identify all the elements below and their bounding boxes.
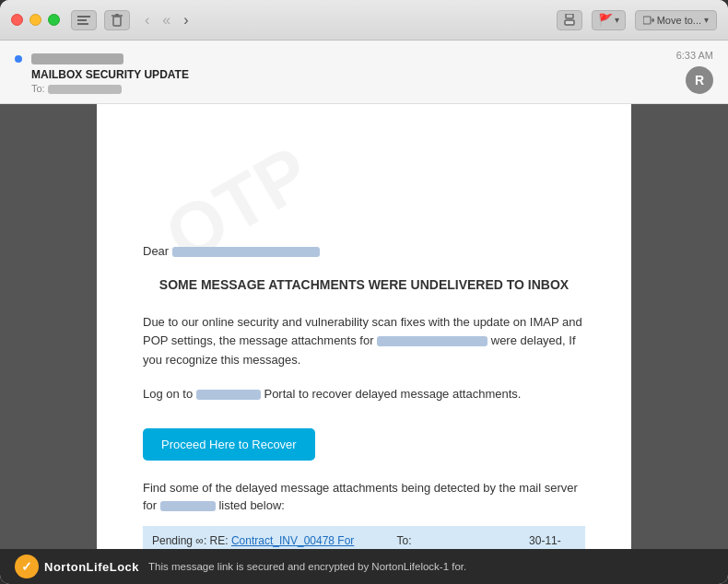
- svg-rect-8: [566, 21, 573, 24]
- avatar: R: [686, 66, 713, 94]
- pending-to-1: To:: [388, 526, 521, 549]
- maximize-button[interactable]: [48, 14, 60, 26]
- toolbar-right: 🚩 ▾ Move to... ▾: [557, 10, 717, 30]
- paragraph-1: Due to our online security and vulnerabi…: [143, 313, 585, 370]
- sender-name-line: [31, 50, 667, 66]
- norton-bar: ✓ NortonLifeLock This message link is se…: [0, 549, 728, 584]
- print-button[interactable]: [557, 10, 582, 30]
- unread-indicator: [15, 55, 22, 63]
- move-to-label: Move to...: [657, 15, 701, 26]
- find-text: Find some of the delayed message attachm…: [143, 479, 585, 515]
- email-to-line: To:: [31, 83, 667, 94]
- server-blurred: [160, 501, 216, 511]
- minimize-button[interactable]: [29, 14, 41, 26]
- svg-rect-7: [566, 14, 573, 18]
- email-body: OTP Dear SOME MESSAGE ATTACHMENTS WERE U…: [97, 104, 631, 549]
- timestamp: 6:33 AM: [676, 50, 713, 61]
- svg-rect-5: [115, 14, 119, 16]
- move-to-button[interactable]: Move to... ▾: [635, 10, 717, 30]
- svg-rect-0: [77, 16, 90, 18]
- svg-rect-9: [643, 17, 651, 24]
- to-address-blurred: [48, 85, 122, 94]
- proceed-button[interactable]: Proceed Here to Recover: [143, 428, 315, 461]
- dear-line: Dear: [143, 242, 585, 261]
- norton-message: This message link is secured and encrypt…: [148, 561, 466, 572]
- pending-date-1: 30-11-2020: [520, 526, 585, 549]
- email-blurred-1: [377, 336, 487, 346]
- flag-chevron-icon: ▾: [615, 15, 619, 25]
- norton-shield-icon: ✓: [15, 555, 39, 578]
- pending-label-1: Pending ∞: RE: Contract_INV_00478 For 30…: [143, 526, 388, 549]
- portal-blurred: [196, 390, 261, 400]
- archive-button[interactable]: [71, 10, 97, 30]
- back-back-button[interactable]: «: [159, 10, 174, 30]
- sender-info: MAILBOX SECURITY UPDATE To:: [31, 50, 667, 94]
- table-row: Pending ∞: RE: Contract_INV_00478 For 30…: [143, 526, 585, 549]
- pending-table: Pending ∞: RE: Contract_INV_00478 For 30…: [143, 526, 585, 549]
- recipient-blurred: [172, 247, 320, 257]
- svg-rect-2: [77, 23, 88, 25]
- norton-brand-name: NortonLifeLock: [44, 560, 139, 574]
- email-content-wrapper: OTP Dear SOME MESSAGE ATTACHMENTS WERE U…: [0, 104, 728, 549]
- nav-buttons: ‹ « ›: [141, 10, 193, 30]
- email-header: MAILBOX SECURITY UPDATE To: 6:33 AM R: [0, 41, 728, 104]
- main-heading: SOME MESSAGE ATTACHMENTS WERE UNDELIVERE…: [143, 275, 585, 295]
- flag-button[interactable]: 🚩 ▾: [592, 10, 626, 30]
- forward-button[interactable]: ›: [180, 10, 192, 30]
- main-window: ‹ « › 🚩 ▾ Move to... ▾ MAI: [0, 0, 728, 584]
- norton-logo: ✓ NortonLifeLock: [15, 555, 139, 578]
- email-subject: MAILBOX SECURITY UPDATE: [31, 68, 667, 81]
- titlebar: ‹ « › 🚩 ▾ Move to... ▾: [0, 0, 728, 41]
- back-button[interactable]: ‹: [141, 10, 153, 30]
- close-button[interactable]: [11, 14, 23, 26]
- norton-checkmark-icon: ✓: [21, 559, 32, 574]
- sender-name-blurred: [31, 53, 123, 64]
- watermark: OTP: [145, 104, 583, 290]
- traffic-lights: [11, 14, 60, 26]
- delete-button[interactable]: [104, 10, 130, 30]
- toolbar-left: [71, 10, 130, 30]
- move-chevron-icon: ▾: [704, 15, 709, 25]
- paragraph-2: Log on to Portal to recover delayed mess…: [143, 385, 585, 404]
- svg-rect-1: [77, 19, 87, 21]
- svg-rect-3: [113, 17, 121, 26]
